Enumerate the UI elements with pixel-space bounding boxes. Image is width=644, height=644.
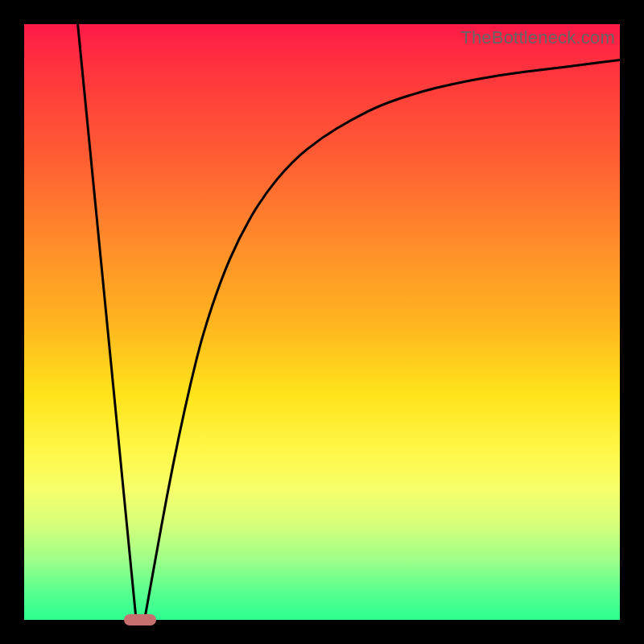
curve-path <box>78 24 620 620</box>
plot-area: TheBottleneck.com <box>24 24 620 620</box>
bottleneck-curve <box>24 24 620 620</box>
chart-frame: TheBottleneck.com <box>0 0 644 644</box>
minimum-marker <box>124 614 156 625</box>
